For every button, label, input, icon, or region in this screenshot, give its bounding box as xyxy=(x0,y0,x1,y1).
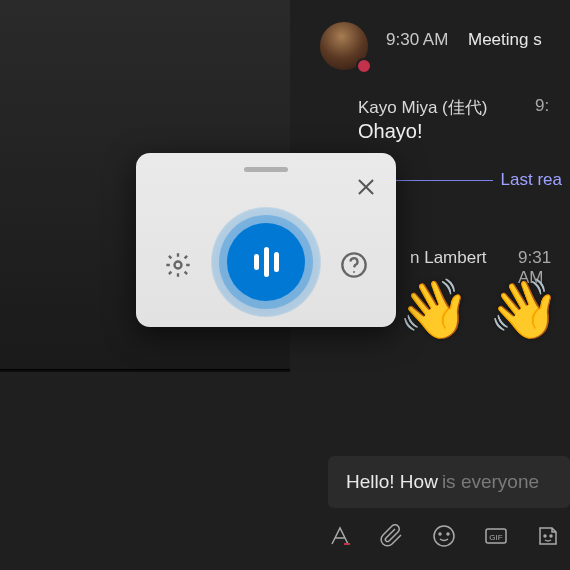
help-button[interactable] xyxy=(340,251,368,279)
svg-point-7 xyxy=(175,262,182,269)
video-tile[interactable] xyxy=(0,372,290,570)
compose-placeholder: is everyone xyxy=(442,471,539,493)
dictation-panel[interactable] xyxy=(136,153,396,327)
svg-point-6 xyxy=(550,535,552,537)
message-time: 9: xyxy=(535,96,549,116)
svg-point-9 xyxy=(353,271,355,273)
svg-point-5 xyxy=(544,535,546,537)
message-subject: Meeting s xyxy=(468,30,542,50)
message-emojis: 👋 👋 xyxy=(398,280,560,338)
attach-icon[interactable] xyxy=(380,524,404,548)
svg-point-0 xyxy=(434,526,454,546)
help-icon xyxy=(340,251,368,279)
gif-icon[interactable]: GIF xyxy=(484,524,508,548)
message-time: 9:30 AM xyxy=(386,30,448,50)
drag-handle[interactable] xyxy=(244,167,288,172)
format-icon[interactable] xyxy=(328,524,352,548)
soundwave-icon xyxy=(254,247,279,277)
presence-busy-icon xyxy=(356,58,372,74)
svg-text:GIF: GIF xyxy=(489,533,502,542)
message-sender: n Lambert xyxy=(410,248,487,268)
sticker-icon[interactable] xyxy=(536,524,560,548)
close-button[interactable] xyxy=(356,177,376,197)
last-read-label: Last rea xyxy=(493,170,570,190)
compose-input[interactable]: Hello! How is everyone xyxy=(328,456,570,508)
message-sender: Kayo Miya (佳代) xyxy=(358,96,487,119)
settings-button[interactable] xyxy=(164,251,192,279)
mic-glow xyxy=(212,208,320,316)
svg-point-2 xyxy=(447,533,449,535)
svg-point-1 xyxy=(439,533,441,535)
wave-emoji: 👋 xyxy=(488,280,560,338)
compose-toolbar: GIF xyxy=(328,524,560,548)
wave-emoji: 👋 xyxy=(398,280,470,338)
dictate-button[interactable] xyxy=(227,223,305,301)
compose-typed-text: Hello! How xyxy=(346,471,438,493)
emoji-icon[interactable] xyxy=(432,524,456,548)
message-text: Ohayo! xyxy=(358,120,422,143)
gear-icon xyxy=(164,251,192,279)
